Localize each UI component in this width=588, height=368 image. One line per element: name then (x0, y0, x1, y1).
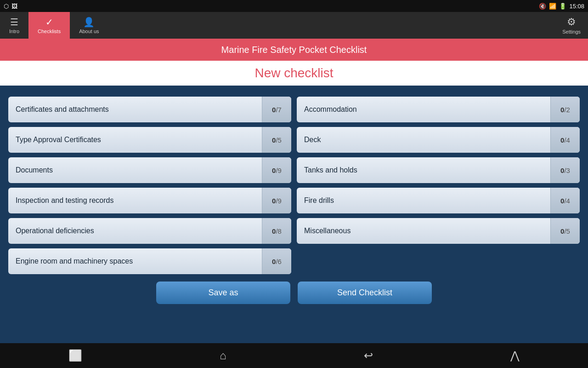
menu-icon[interactable]: ⋀ (510, 349, 520, 362)
usb-icon: ⬡ (4, 3, 9, 10)
nav-item-intro[interactable]: ☰ Intro (0, 12, 28, 39)
checklist-score-docs: 0/9 (262, 157, 291, 183)
image-icon: 🖼 (11, 3, 17, 10)
intro-label: Intro (9, 29, 19, 34)
send-checklist-button[interactable]: Send Checklist (298, 282, 432, 304)
checklist-label-deck: Deck (297, 136, 550, 144)
settings-icon: ⚙ (567, 16, 576, 28)
bottom-nav-bar: ⬜ ⌂ ↩ ⋀ (0, 343, 588, 368)
checklist-score-misc: 0/5 (550, 218, 580, 244)
checklist-score-eng: 0/6 (262, 248, 291, 274)
checklist-item-tanks[interactable]: Tanks and holds 0/3 (297, 157, 580, 183)
wifi-icon: 📶 (549, 3, 556, 10)
checklist-item-accom[interactable]: Accommodation 0/2 (297, 97, 580, 122)
app-title-bar: Marine Fire Safety Pocket Checklist (0, 39, 588, 61)
checklist-score-cert: 0/7 (262, 97, 291, 122)
checklist-item-type[interactable]: Type Approval Certificates 0/5 (8, 127, 291, 153)
checklist-score-deck: 0/4 (550, 127, 580, 153)
checklist-item-insp[interactable]: Inspection and testing records 0/9 (8, 188, 291, 213)
status-bar: ⬡ 🖼 🔇 📶 🔋 15:08 (0, 0, 588, 12)
checklist-item-misc[interactable]: Miscellaneous 0/5 (297, 218, 580, 244)
checklist-label-docs: Documents (8, 166, 262, 174)
about-icon: 👤 (83, 17, 95, 28)
settings-button[interactable]: ⚙ Settings (562, 16, 581, 34)
checklist-label-insp: Inspection and testing records (8, 196, 262, 205)
battery-icon: 🔋 (559, 3, 566, 10)
page-title: New checklist (254, 66, 333, 80)
main-content: Certificates and attachments 0/7 Accommo… (0, 86, 588, 310)
checklist-label-eng: Engine room and machinery spaces (8, 257, 262, 265)
checklist-label-oper: Operational deficiencies (8, 227, 262, 235)
checklist-label-type: Type Approval Certificates (8, 136, 262, 144)
checklist-grid: Certificates and attachments 0/7 Accommo… (8, 97, 580, 274)
checklist-score-tanks: 0/3 (550, 157, 580, 183)
checklist-score-type: 0/5 (262, 127, 291, 153)
checklist-label-cert: Certificates and attachments (8, 105, 262, 114)
checklist-item-cert[interactable]: Certificates and attachments 0/7 (8, 97, 291, 122)
back-icon[interactable]: ↩ (364, 349, 373, 362)
checklist-item-deck[interactable]: Deck 0/4 (297, 127, 580, 153)
recent-apps-icon[interactable]: ⬜ (68, 349, 82, 362)
checklists-icon: ✓ (45, 17, 53, 28)
checklist-label-tanks: Tanks and holds (297, 166, 550, 174)
checklist-item-eng[interactable]: Engine room and machinery spaces 0/6 (8, 248, 291, 274)
intro-icon: ☰ (10, 17, 18, 28)
time-display: 15:08 (569, 3, 584, 10)
checklist-score-accom: 0/2 (550, 97, 580, 122)
checklist-label-fire: Fire drills (297, 196, 550, 205)
checklist-item-oper[interactable]: Operational deficiencies 0/8 (8, 218, 291, 244)
nav-bar: ☰ Intro ✓ Checklists 👤 About us ⚙ Settin… (0, 12, 588, 39)
checklist-item-docs[interactable]: Documents 0/9 (8, 157, 291, 183)
checklist-item-fire[interactable]: Fire drills 0/4 (297, 188, 580, 213)
settings-label: Settings (562, 29, 581, 34)
checklist-label-misc: Miscellaneous (297, 227, 550, 235)
nav-item-about[interactable]: 👤 About us (70, 12, 108, 39)
checklists-label: Checklists (38, 29, 61, 34)
nav-item-checklists[interactable]: ✓ Checklists (28, 12, 70, 39)
page-title-bar: New checklist (0, 61, 588, 86)
about-label: About us (79, 29, 99, 34)
checklist-score-insp: 0/9 (262, 188, 291, 213)
home-icon[interactable]: ⌂ (220, 349, 226, 362)
app-title: Marine Fire Safety Pocket Checklist (221, 45, 367, 55)
mute-icon: 🔇 (539, 3, 546, 10)
checklist-label-accom: Accommodation (297, 105, 550, 114)
checklist-score-oper: 0/8 (262, 218, 291, 244)
save-as-button[interactable]: Save as (156, 282, 290, 304)
checklist-score-fire: 0/4 (550, 188, 580, 213)
buttons-row: Save as Send Checklist (8, 282, 580, 304)
